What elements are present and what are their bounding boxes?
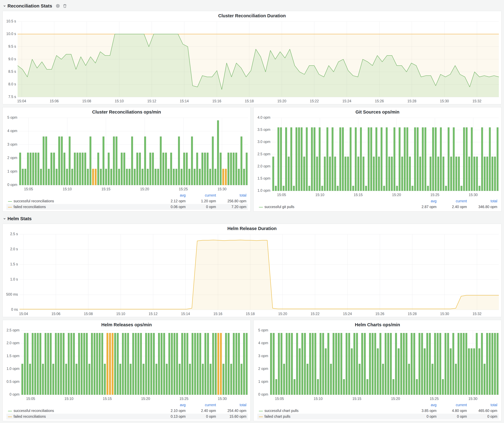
svg-text:2.0 s: 2.0 s [10,247,18,251]
series-color-mark [8,417,12,417]
legend-series-label[interactable]: successful chart pulls [257,408,408,414]
legend-header-current[interactable]: current [187,402,217,408]
legend-current-value: 2.40 opm [438,204,468,210]
svg-text:15:15: 15:15 [352,397,361,401]
section-title[interactable]: Helm Stats [7,216,32,221]
legend-series-label[interactable]: successful reconciliations [6,408,157,414]
legend-series-label[interactable]: successful reconciliations [6,198,157,204]
chart-canvas[interactable]: 0 opm1 opm2 opm3 opm4 opm5 opm15:0515:10… [253,328,501,402]
legend-header-row: avgcurrenttotal [6,193,248,198]
legend-row: failed reconciliations0.06 opm0 opm7.20 … [6,204,248,210]
chart-canvas[interactable]: 7.5 s8.0 s8.5 s9.0 s9.5 s10.0 s10.5 s15:… [3,19,501,104]
chart-canvas[interactable]: 0 opm0.5 opm1.0 opm1.5 opm2.0 opm2.5 opm… [3,328,251,402]
svg-text:3.0 opm: 3.0 opm [258,140,270,144]
legend-avg-value: 0.13 opm [157,414,187,419]
helm-releases-chart[interactable]: 0 opm0.5 opm1.0 opm1.5 opm2.0 opm2.5 opm… [3,328,251,402]
legend-header-avg[interactable]: avg [157,193,187,198]
legend-header-total[interactable]: total [217,193,248,198]
panel-git-sources-opm: Git Sources ops/min 1.0 opm1.5 opm2.0 op… [253,107,502,212]
svg-text:15:08: 15:08 [84,312,93,316]
git-sources-chart[interactable]: 1.0 opm1.5 opm2.0 opm2.5 opm3.0 opm3.5 o… [253,116,501,198]
legend-row: successful reconciliations2.12 opm1.20 o… [6,198,248,204]
helm-release-duration-chart[interactable]: 0 ns500 ms1.0 s1.5 s2.0 s2.5 s15:0415:06… [3,232,501,317]
legend-current-value: 0 opm [438,414,468,419]
panel-title[interactable]: Helm Releases ops/min [3,320,251,328]
legend-header-current[interactable]: current [438,402,468,408]
panel-title[interactable]: Git Sources ops/min [253,107,501,116]
legend-header-avg[interactable]: avg [408,198,438,204]
panel-title[interactable]: Cluster Reconciliations ops/min [3,107,251,116]
chart-canvas[interactable]: 0 opm1 opm2 opm3 opm4 opm5 opm15:0515:10… [3,116,251,192]
legend-header-current[interactable]: current [438,198,468,204]
svg-text:15:14: 15:14 [181,312,190,316]
svg-text:15:20: 15:20 [141,397,150,401]
svg-text:3.5 opm: 3.5 opm [258,128,270,132]
gear-icon[interactable] [56,4,60,8]
chart-canvas[interactable]: 1.0 opm1.5 opm2.0 opm2.5 opm3.0 opm3.5 o… [253,116,501,198]
legend-row: failed chart pulls0 opm0 opm0 opm [257,414,499,419]
panel-title[interactable]: Helm Charts ops/min [253,320,501,328]
svg-text:15:10: 15:10 [314,397,323,401]
svg-text:15:10: 15:10 [63,187,72,191]
chevron-down-icon[interactable] [3,4,6,8]
svg-text:15:24: 15:24 [343,312,352,316]
chart-canvas[interactable]: 0 ns500 ms1.0 s1.5 s2.0 s2.5 s15:0415:06… [3,232,501,317]
legend-avg-value: 0 opm [408,414,438,419]
legend-series-label[interactable]: failed chart pulls [257,414,408,419]
legend-header-total[interactable]: total [468,198,499,204]
section-title[interactable]: Reconciliation Stats [7,3,52,9]
svg-text:15:30: 15:30 [217,187,227,191]
panel-helm-charts-opm: Helm Charts ops/min 0 opm1 opm2 opm3 opm… [253,320,502,421]
cluster-reconciliation-duration-chart[interactable]: 7.5 s8.0 s8.5 s9.0 s9.5 s10.0 s10.5 s15:… [3,19,501,104]
svg-text:9.0 s: 9.0 s [8,57,16,61]
chevron-down-icon[interactable] [3,217,6,220]
series-color-mark [8,207,12,207]
legend-row: successful chart pulls3.85 opm4.80 opm46… [257,408,499,414]
panel-cluster-reconciliation-duration: Cluster Reconciliation Duration 7.5 s8.0… [2,11,502,104]
svg-text:9.5 s: 9.5 s [8,44,16,48]
svg-text:15:18: 15:18 [245,99,254,103]
svg-text:15:15: 15:15 [354,193,363,197]
svg-text:15:04: 15:04 [19,312,28,316]
svg-text:1.0 opm: 1.0 opm [258,188,270,193]
legend-series-label[interactable]: successful git pulls [257,204,408,210]
svg-text:2.5 s: 2.5 s [10,232,18,236]
legend-total-value: 465.60 opm [468,408,499,414]
svg-text:15:05: 15:05 [275,397,284,401]
svg-text:2 opm: 2 opm [7,156,17,160]
svg-text:2.0 opm: 2.0 opm [258,164,270,168]
legend-header-current[interactable]: current [187,193,217,198]
svg-text:15:05: 15:05 [277,193,286,197]
legend-series-label[interactable]: failed reconciliations [6,414,157,419]
legend-header-total[interactable]: total [468,402,499,408]
legend-header-avg[interactable]: avg [157,402,187,408]
svg-text:15:05: 15:05 [26,397,35,401]
series-color-mark [8,201,12,202]
legend-total-value: 7.20 opm [217,204,248,210]
legend-header-avg[interactable]: avg [408,402,438,408]
legend-series-label[interactable]: failed reconciliations [6,204,157,210]
panel-title[interactable]: Helm Release Duration [3,224,501,232]
svg-text:0 opm: 0 opm [258,392,268,396]
svg-text:15:30: 15:30 [440,312,449,316]
svg-text:15:06: 15:06 [51,312,60,316]
svg-text:15:15: 15:15 [102,187,110,191]
svg-text:0 opm: 0 opm [10,392,19,396]
svg-text:15:26: 15:26 [375,312,384,316]
cluster-reconciliations-chart[interactable]: 0 opm1 opm2 opm3 opm4 opm5 opm15:0515:10… [3,116,251,192]
svg-text:15:15: 15:15 [103,397,112,401]
svg-text:4.0 opm: 4.0 opm [258,116,270,119]
trash-icon[interactable] [63,4,67,8]
svg-text:0 opm: 0 opm [7,183,17,187]
legend-total-value: 0 opm [468,414,499,419]
svg-text:15:18: 15:18 [246,312,255,316]
svg-text:15:20: 15:20 [278,312,287,316]
svg-text:10.0 s: 10.0 s [6,32,16,36]
legend-avg-value: 0.06 opm [157,204,187,210]
svg-text:15:28: 15:28 [407,99,416,103]
legend-header-total[interactable]: total [217,402,248,408]
legend-row: failed reconciliations0.13 opm0 opm15.60… [6,414,248,419]
grafana-dashboard: Reconciliation Stats Cluster Reconciliat… [0,0,504,423]
panel-title[interactable]: Cluster Reconciliation Duration [3,11,501,19]
helm-charts-chart[interactable]: 0 opm1 opm2 opm3 opm4 opm5 opm15:0515:10… [253,328,501,402]
